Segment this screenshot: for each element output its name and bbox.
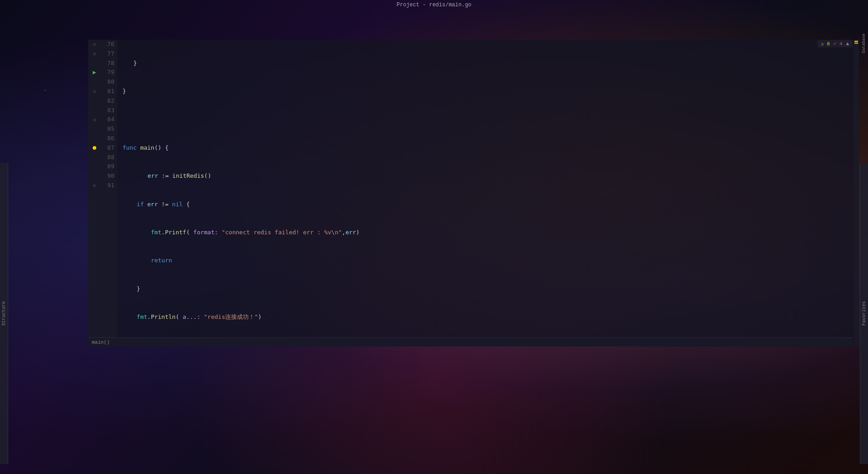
code-line-77: } xyxy=(123,87,854,96)
gutter-85 xyxy=(88,124,101,134)
error-count: ✓ 4 xyxy=(834,41,843,47)
warnings-chevron[interactable]: ▲ xyxy=(846,41,849,47)
gutter-76: ⊟ xyxy=(88,40,101,49)
code-line-80: err := initRedis() xyxy=(123,171,854,181)
code-line-83: return xyxy=(123,256,854,265)
favorites-panel: Favorites xyxy=(860,163,868,464)
gutter-77: ⊟ xyxy=(88,49,101,59)
code-line-85: fmt.Println( a...: "redis连接成功！") xyxy=(123,313,854,322)
editor-gutter: ⊟ ⊟ ▶ ⊟ xyxy=(88,40,101,346)
gutter-78 xyxy=(88,59,101,68)
gutter-83 xyxy=(88,106,101,115)
code-line-76: } xyxy=(123,59,854,68)
editor-breadcrumb: main() xyxy=(88,337,853,346)
favorites-tab[interactable]: Favorites xyxy=(860,299,868,328)
gutter-86 xyxy=(88,134,101,143)
code-line-81: if err != nil { xyxy=(123,200,854,209)
gutter-79[interactable]: ▶ xyxy=(88,68,101,77)
code-editor[interactable]: ⊟ ⊟ ▶ ⊟ xyxy=(88,40,859,346)
line-numbers: 76 77 78 79 80 81 82 83 84 85 86 87 88 8… xyxy=(101,40,117,346)
gutter-90 xyxy=(88,171,101,181)
gutter-80 xyxy=(88,77,101,87)
gutter-88 xyxy=(88,153,101,162)
gutter-87 xyxy=(88,143,101,153)
app-title: Project - redis/main.go xyxy=(396,2,472,8)
gutter-82 xyxy=(88,96,101,106)
structure-panel: Structure xyxy=(0,163,8,464)
editor-scrollbar[interactable] xyxy=(854,40,859,346)
warning-count: ⚠ 8 xyxy=(821,41,830,47)
code-line-78 xyxy=(123,115,854,124)
code-line-82: fmt.Printf( format: "connect redis faile… xyxy=(123,228,854,237)
gutter-84: ⊟ xyxy=(88,115,101,124)
gutter-81: ⊟ xyxy=(88,87,101,96)
gutter-91: ⊟ xyxy=(88,181,101,190)
current-function-label: main() xyxy=(92,340,110,345)
editor-area: Go mysql\main.go ✕ Go mysql\main.go ✕ Go… xyxy=(88,26,859,346)
code-line-79: func main() { xyxy=(123,143,854,153)
gutter-89 xyxy=(88,162,101,171)
editor-warnings-bar: ⚠ 8 ✓ 4 ▲ xyxy=(817,40,853,47)
right-tab-database[interactable]: Database xyxy=(860,30,868,57)
code-line-84: } xyxy=(123,284,854,294)
code-content[interactable]: } } func main() { err := initRedis() if … xyxy=(117,40,854,346)
structure-tab[interactable]: Structure xyxy=(0,299,8,328)
